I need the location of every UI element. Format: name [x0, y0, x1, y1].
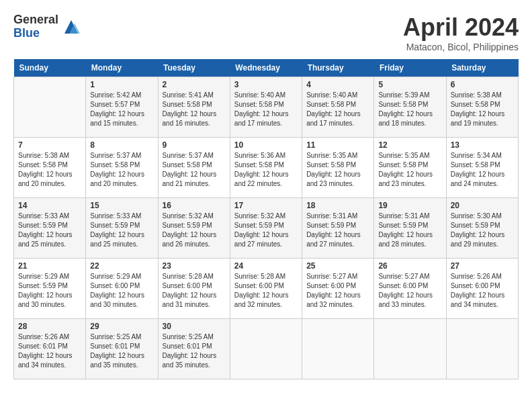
- day-of-week-header: Sunday: [14, 59, 86, 77]
- logo-blue-text: Blue: [13, 27, 58, 40]
- day-number: 22: [90, 261, 153, 271]
- calendar-day-cell: 22 Sunrise: 5:29 AMSunset: 6:00 PMDaylig…: [86, 259, 158, 319]
- calendar-day-cell: 7 Sunrise: 5:38 AMSunset: 5:58 PMDayligh…: [14, 138, 86, 198]
- day-info: Sunrise: 5:41 AMSunset: 5:58 PMDaylight:…: [163, 91, 217, 127]
- day-info: Sunrise: 5:37 AMSunset: 5:58 PMDaylight:…: [163, 152, 217, 187]
- calendar-week-row: 21 Sunrise: 5:29 AMSunset: 5:59 PMDaylig…: [14, 259, 519, 319]
- calendar-day-cell: 5 Sunrise: 5:39 AMSunset: 5:58 PMDayligh…: [374, 77, 446, 138]
- calendar-header-row: SundayMondayTuesdayWednesdayThursdayFrid…: [14, 59, 519, 77]
- calendar-day-cell: 2 Sunrise: 5:41 AMSunset: 5:58 PMDayligh…: [158, 77, 230, 138]
- calendar-day-cell: 21 Sunrise: 5:29 AMSunset: 5:59 PMDaylig…: [14, 259, 86, 319]
- calendar-day-cell: 10 Sunrise: 5:36 AMSunset: 5:58 PMDaylig…: [230, 138, 302, 198]
- page-header: General Blue April 2024 Matacon, Bicol, …: [13, 13, 519, 52]
- calendar-day-cell: 19 Sunrise: 5:31 AMSunset: 5:59 PMDaylig…: [374, 198, 446, 259]
- calendar-day-cell: 4 Sunrise: 5:40 AMSunset: 5:58 PMDayligh…: [302, 77, 374, 138]
- calendar-day-cell: 27 Sunrise: 5:26 AMSunset: 6:00 PMDaylig…: [446, 259, 518, 319]
- day-info: Sunrise: 5:40 AMSunset: 5:58 PMDaylight:…: [306, 91, 361, 127]
- calendar-day-cell: 3 Sunrise: 5:40 AMSunset: 5:58 PMDayligh…: [230, 77, 302, 138]
- calendar-table: SundayMondayTuesdayWednesdayThursdayFrid…: [13, 59, 519, 379]
- day-info: Sunrise: 5:28 AMSunset: 6:00 PMDaylight:…: [234, 273, 289, 308]
- day-number: 8: [90, 140, 153, 150]
- month-title: April 2024: [403, 13, 519, 42]
- day-of-week-header: Tuesday: [158, 59, 230, 77]
- calendar-day-cell: 9 Sunrise: 5:37 AMSunset: 5:58 PMDayligh…: [158, 138, 230, 198]
- calendar-day-cell: 26 Sunrise: 5:27 AMSunset: 6:00 PMDaylig…: [374, 259, 446, 319]
- day-info: Sunrise: 5:27 AMSunset: 6:00 PMDaylight:…: [306, 273, 361, 308]
- day-info: Sunrise: 5:38 AMSunset: 5:58 PMDaylight:…: [18, 152, 73, 187]
- day-info: Sunrise: 5:38 AMSunset: 5:58 PMDaylight:…: [451, 91, 505, 127]
- day-number: 24: [234, 261, 298, 271]
- day-info: Sunrise: 5:25 AMSunset: 6:01 PMDaylight:…: [163, 333, 217, 369]
- day-info: Sunrise: 5:39 AMSunset: 5:58 PMDaylight:…: [378, 91, 433, 127]
- day-number: 23: [163, 261, 226, 271]
- day-info: Sunrise: 5:26 AMSunset: 6:00 PMDaylight:…: [451, 273, 505, 308]
- day-number: 27: [451, 261, 514, 271]
- day-of-week-header: Monday: [86, 59, 158, 77]
- calendar-day-cell: 24 Sunrise: 5:28 AMSunset: 6:00 PMDaylig…: [230, 259, 302, 319]
- day-of-week-header: Friday: [374, 59, 446, 77]
- day-info: Sunrise: 5:31 AMSunset: 5:59 PMDaylight:…: [378, 212, 433, 248]
- calendar-week-row: 28 Sunrise: 5:26 AMSunset: 6:01 PMDaylig…: [14, 319, 519, 379]
- day-number: 10: [234, 140, 298, 150]
- calendar-day-cell: 12 Sunrise: 5:35 AMSunset: 5:58 PMDaylig…: [374, 138, 446, 198]
- logo-icon: [61, 17, 81, 37]
- day-number: 30: [163, 322, 226, 331]
- calendar-day-cell: 29 Sunrise: 5:25 AMSunset: 6:01 PMDaylig…: [86, 319, 158, 379]
- day-number: 5: [378, 80, 441, 89]
- calendar-day-cell: 15 Sunrise: 5:33 AMSunset: 5:59 PMDaylig…: [86, 198, 158, 259]
- day-number: 1: [90, 80, 153, 89]
- calendar-day-cell: [302, 319, 374, 379]
- day-number: 11: [306, 140, 369, 150]
- day-info: Sunrise: 5:33 AMSunset: 5:59 PMDaylight:…: [18, 212, 73, 248]
- calendar-day-cell: [374, 319, 446, 379]
- day-number: 15: [90, 201, 153, 210]
- calendar-day-cell: 1 Sunrise: 5:42 AMSunset: 5:57 PMDayligh…: [86, 77, 158, 138]
- calendar-day-cell: 25 Sunrise: 5:27 AMSunset: 6:00 PMDaylig…: [302, 259, 374, 319]
- calendar-day-cell: 16 Sunrise: 5:32 AMSunset: 5:59 PMDaylig…: [158, 198, 230, 259]
- day-info: Sunrise: 5:32 AMSunset: 5:59 PMDaylight:…: [234, 212, 289, 248]
- calendar-day-cell: 17 Sunrise: 5:32 AMSunset: 5:59 PMDaylig…: [230, 198, 302, 259]
- day-info: Sunrise: 5:35 AMSunset: 5:58 PMDaylight:…: [378, 152, 433, 187]
- calendar-day-cell: 13 Sunrise: 5:34 AMSunset: 5:58 PMDaylig…: [446, 138, 518, 198]
- day-info: Sunrise: 5:28 AMSunset: 6:00 PMDaylight:…: [163, 273, 217, 308]
- day-number: 13: [451, 140, 514, 150]
- day-info: Sunrise: 5:30 AMSunset: 5:59 PMDaylight:…: [451, 212, 505, 248]
- day-info: Sunrise: 5:29 AMSunset: 5:59 PMDaylight:…: [18, 273, 73, 308]
- day-number: 9: [163, 140, 226, 150]
- day-info: Sunrise: 5:33 AMSunset: 5:59 PMDaylight:…: [90, 212, 144, 248]
- calendar-day-cell: 18 Sunrise: 5:31 AMSunset: 5:59 PMDaylig…: [302, 198, 374, 259]
- day-info: Sunrise: 5:31 AMSunset: 5:59 PMDaylight:…: [306, 212, 361, 248]
- calendar-day-cell: 8 Sunrise: 5:37 AMSunset: 5:58 PMDayligh…: [86, 138, 158, 198]
- title-area: April 2024 Matacon, Bicol, Philippines: [403, 13, 519, 52]
- day-of-week-header: Saturday: [446, 59, 518, 77]
- day-number: 3: [234, 80, 298, 89]
- day-info: Sunrise: 5:35 AMSunset: 5:58 PMDaylight:…: [306, 152, 361, 187]
- calendar-day-cell: 20 Sunrise: 5:30 AMSunset: 5:59 PMDaylig…: [446, 198, 518, 259]
- day-number: 21: [18, 261, 81, 271]
- logo: General Blue: [13, 13, 81, 40]
- calendar-week-row: 1 Sunrise: 5:42 AMSunset: 5:57 PMDayligh…: [14, 77, 519, 138]
- day-info: Sunrise: 5:25 AMSunset: 6:01 PMDaylight:…: [90, 333, 144, 369]
- day-number: 25: [306, 261, 369, 271]
- calendar-day-cell: 6 Sunrise: 5:38 AMSunset: 5:58 PMDayligh…: [446, 77, 518, 138]
- day-number: 17: [234, 201, 298, 210]
- day-number: 29: [90, 322, 153, 331]
- day-info: Sunrise: 5:32 AMSunset: 5:59 PMDaylight:…: [163, 212, 217, 248]
- day-of-week-header: Thursday: [302, 59, 374, 77]
- day-number: 19: [378, 201, 441, 210]
- day-number: 4: [306, 80, 369, 89]
- calendar-week-row: 14 Sunrise: 5:33 AMSunset: 5:59 PMDaylig…: [14, 198, 519, 259]
- day-info: Sunrise: 5:36 AMSunset: 5:58 PMDaylight:…: [234, 152, 289, 187]
- day-info: Sunrise: 5:29 AMSunset: 6:00 PMDaylight:…: [90, 273, 144, 308]
- day-number: 16: [163, 201, 226, 210]
- day-number: 12: [378, 140, 441, 150]
- calendar-day-cell: [14, 77, 86, 138]
- day-info: Sunrise: 5:40 AMSunset: 5:58 PMDaylight:…: [234, 91, 289, 127]
- calendar-day-cell: 23 Sunrise: 5:28 AMSunset: 6:00 PMDaylig…: [158, 259, 230, 319]
- day-info: Sunrise: 5:42 AMSunset: 5:57 PMDaylight:…: [90, 91, 144, 127]
- day-number: 6: [451, 80, 514, 89]
- calendar-day-cell: 30 Sunrise: 5:25 AMSunset: 6:01 PMDaylig…: [158, 319, 230, 379]
- logo-general-text: General: [13, 13, 58, 27]
- day-info: Sunrise: 5:26 AMSunset: 6:01 PMDaylight:…: [18, 333, 73, 369]
- day-info: Sunrise: 5:34 AMSunset: 5:58 PMDaylight:…: [451, 152, 505, 187]
